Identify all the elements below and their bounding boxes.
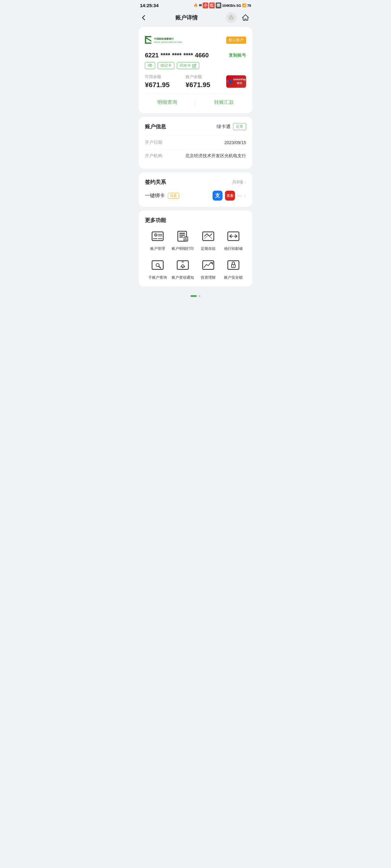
svg-rect-33 <box>152 261 163 269</box>
function-account-notify[interactable]: 账户变动通知 <box>170 258 196 280</box>
account-notify-icon <box>175 258 190 273</box>
bank-logo-svg: 中国邮政储蓄银行 POSTAL SAVINGS BANK OF CHINA <box>145 33 185 47</box>
network-5g: 5G <box>236 4 241 7</box>
home-button[interactable] <box>240 12 251 23</box>
robot-button[interactable] <box>226 12 237 23</box>
account-balance: 账户余额 ¥671.95 <box>186 74 226 89</box>
bind-card-row: 一键绑卡 优惠 支 京东 ··· › <box>145 191 246 200</box>
nav-actions <box>226 12 251 23</box>
page-dot-active <box>191 295 197 297</box>
svg-rect-24 <box>179 233 185 234</box>
function-sub-account[interactable]: 子账户查询 <box>145 258 170 280</box>
card-actions: 明细查询 转账汇款 <box>145 98 246 107</box>
svg-text:中国邮政储蓄银行: 中国邮政储蓄银行 <box>154 37 174 40</box>
svg-point-18 <box>155 235 156 236</box>
open-date-label: 开户日期 <box>145 140 162 145</box>
function-transfer-postal[interactable]: 他行转邮储 <box>221 229 246 251</box>
default-badge: 默认账户 <box>226 37 246 44</box>
tag-debit: 借记卡 <box>158 62 174 69</box>
transfer-postal-label: 他行转邮储 <box>224 246 243 251</box>
svg-point-37 <box>182 267 184 268</box>
function-fixed-deposit[interactable]: 定期存款 <box>196 229 221 251</box>
detail-query-button[interactable]: 明细查询 <box>151 98 184 107</box>
more-functions-section: 更多功能 账户管理 <box>139 211 252 286</box>
alipay-icon[interactable]: 支 <box>213 191 223 200</box>
account-amount: ¥671.95 <box>186 81 226 89</box>
transfer-postal-icon <box>226 229 241 244</box>
open-date-row: 开户日期 2023/09/15 <box>145 136 246 149</box>
contract-section: 签约关系 共8项 › 一键绑卡 优惠 支 京东 ··· <box>139 173 252 207</box>
back-button[interactable] <box>140 14 147 21</box>
card-divider <box>145 94 246 94</box>
function-account-lock[interactable]: 账户安全锁 <box>221 258 246 280</box>
transfer-button[interactable]: 转账汇款 <box>208 98 240 107</box>
info-section-header: 账户信息 绿卡通 正常 <box>145 123 246 130</box>
available-label: 可用余额 <box>145 74 186 80</box>
more-functions-title: 更多功能 <box>145 217 166 223</box>
account-label: 账户余额 <box>186 74 226 80</box>
svg-rect-26 <box>179 237 183 238</box>
union-pay-logo: UnionPay 银联 <box>226 75 246 88</box>
svg-line-35 <box>159 266 161 269</box>
contract-section-title: 签约关系 <box>145 179 166 186</box>
card-header: 中国邮政储蓄银行 POSTAL SAVINGS BANK OF CHINA 默认… <box>145 33 246 47</box>
account-notify-label: 账户变动通知 <box>172 275 194 280</box>
tag-type1: I类 <box>145 62 155 69</box>
open-date-value: 2023/09/15 <box>224 140 246 145</box>
account-print-icon <box>175 229 190 244</box>
svg-point-28 <box>185 238 187 239</box>
svg-point-42 <box>233 266 234 267</box>
battery-icon: 📶 <box>242 3 246 7</box>
app-icon-2: 红 <box>209 2 215 8</box>
page-title: 账户详情 <box>175 14 198 21</box>
account-prefix: 6221 <box>145 52 159 59</box>
nav-bar: 账户详情 <box>135 10 256 27</box>
svg-point-6 <box>231 15 232 16</box>
account-suffix: 4660 <box>195 52 209 59</box>
chevron-right-icon: › <box>245 180 246 185</box>
contract-count-label: 共8项 <box>232 180 243 185</box>
svg-rect-25 <box>179 235 185 236</box>
svg-point-14 <box>229 80 230 83</box>
svg-rect-3 <box>231 17 232 18</box>
contract-header: 签约关系 共8项 › <box>145 179 246 186</box>
fixed-deposit-label: 定期存款 <box>201 246 216 251</box>
svg-rect-8 <box>145 36 151 37</box>
tag-flash[interactable]: 闪光卡 <box>177 62 199 69</box>
bind-card-right: 支 京东 ··· › <box>213 191 246 200</box>
account-manage-icon <box>150 229 165 244</box>
more-apps-button[interactable]: ··· <box>238 192 242 199</box>
info-section-title: 账户信息 <box>145 123 166 130</box>
account-print-label: 账户明细打印 <box>172 246 194 251</box>
account-mask: **** **** **** <box>161 52 193 59</box>
function-account-print[interactable]: 账户明细打印 <box>170 229 196 251</box>
function-investment[interactable]: 投资理财 <box>196 258 221 280</box>
battery-level: 79 <box>247 4 251 7</box>
status-time: 14:25:34 <box>140 3 159 8</box>
contract-count-button[interactable]: 共8项 › <box>232 180 246 185</box>
svg-rect-2 <box>230 17 230 18</box>
copy-account-button[interactable]: 复制账号 <box>229 53 246 58</box>
svg-text:POSTAL SAVINGS BANK OF CHINA: POSTAL SAVINGS BANK OF CHINA <box>154 41 183 43</box>
jd-icon[interactable]: 京东 <box>225 191 235 200</box>
account-lock-icon <box>226 258 241 273</box>
open-org-row: 开户机构 北京经济技术开发区光机电支行 <box>145 149 246 162</box>
account-status: 绿卡通 正常 <box>217 123 246 130</box>
balance-row: 可用余额 ¥671.95 账户余额 ¥671.95 UnionPay 银联 <box>145 74 246 89</box>
available-balance: 可用余额 ¥671.95 <box>145 74 186 89</box>
open-org-value: 北京经济技术开发区光机电支行 <box>185 153 246 159</box>
functions-grid: 账户管理 账户明细打印 <box>145 229 246 280</box>
svg-rect-9 <box>145 42 151 44</box>
discount-badge: 优惠 <box>168 193 179 199</box>
main-content: 中国邮政储蓄银行 POSTAL SAVINGS BANK OF CHINA 默认… <box>135 27 256 302</box>
signal-info: 104KB/s <box>222 4 235 7</box>
contract-chevron-icon: › <box>245 193 246 198</box>
bind-card-left: 一键绑卡 优惠 <box>145 192 179 199</box>
page-dot-inactive <box>199 295 200 297</box>
function-account-manage[interactable]: 账户管理 <box>145 229 170 251</box>
mail-icon: ✉ <box>199 3 202 7</box>
app-icon-1: 小 <box>203 2 208 8</box>
status-bar: 14:25:34 🔥 ✉ 小 红 微 104KB/s 5G 📶 79 <box>135 0 256 10</box>
investment-label: 投资理财 <box>201 275 216 280</box>
account-info-section: 账户信息 绿卡通 正常 开户日期 2023/09/15 开户机构 北京经济技术开… <box>139 117 252 168</box>
